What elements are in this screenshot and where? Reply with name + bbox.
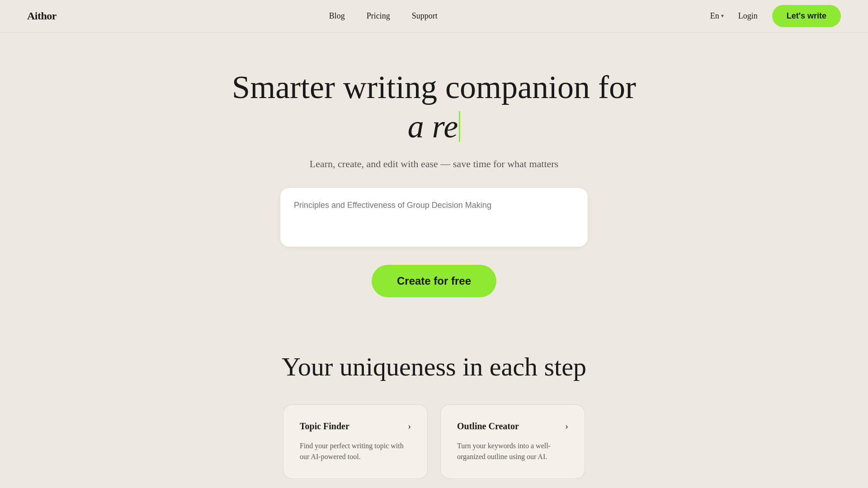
login-link[interactable]: Login bbox=[738, 11, 758, 21]
hero-title-line2: a re bbox=[408, 108, 460, 145]
create-for-free-button[interactable]: Create for free bbox=[372, 265, 496, 297]
logo[interactable]: Aithor bbox=[27, 10, 57, 22]
feature-card-header-1: Topic Finder › bbox=[300, 421, 411, 432]
language-selector[interactable]: En ▾ bbox=[710, 11, 724, 21]
arrow-icon-1: › bbox=[408, 421, 411, 432]
lets-write-button[interactable]: Let's write bbox=[772, 5, 841, 27]
nav-link-blog[interactable]: Blog bbox=[329, 11, 345, 21]
hero-title-line1: Smarter writing companion for bbox=[232, 69, 636, 106]
navbar: Aithor Blog Pricing Support En ▾ Login L… bbox=[0, 0, 868, 33]
nav-link-pricing[interactable]: Pricing bbox=[367, 11, 390, 21]
hero-input-wrapper bbox=[280, 188, 588, 249]
feature-card-outline-creator[interactable]: Outline Creator › Turn your keywords int… bbox=[440, 404, 585, 479]
hero-section: Smarter writing companion for a re Learn… bbox=[0, 33, 868, 324]
feature-card-desc-1: Find your perfect writing topic with our… bbox=[300, 441, 411, 462]
features-title: Your uniqueness in each step bbox=[282, 352, 586, 382]
chevron-down-icon: ▾ bbox=[721, 13, 724, 19]
typing-cursor bbox=[459, 111, 460, 142]
features-section: Your uniqueness in each step Topic Finde… bbox=[0, 324, 868, 488]
navbar-right: En ▾ Login Let's write bbox=[710, 5, 841, 27]
arrow-icon-2: › bbox=[565, 421, 568, 432]
feature-card-desc-2: Turn your keywords into a well-organized… bbox=[457, 441, 568, 462]
nav-links: Blog Pricing Support bbox=[329, 11, 438, 21]
feature-card-title-2: Outline Creator bbox=[457, 421, 519, 432]
nav-link-support[interactable]: Support bbox=[412, 11, 438, 21]
feature-card-header-2: Outline Creator › bbox=[457, 421, 568, 432]
hero-description: Learn, create, and edit with ease — save… bbox=[310, 158, 558, 170]
feature-card-title-1: Topic Finder bbox=[300, 421, 349, 432]
topic-input[interactable] bbox=[280, 188, 588, 247]
hero-italic-text: a re bbox=[408, 108, 458, 145]
language-label: En bbox=[710, 11, 719, 21]
feature-card-topic-finder[interactable]: Topic Finder › Find your perfect writing… bbox=[283, 404, 428, 479]
feature-cards-container: Topic Finder › Find your perfect writing… bbox=[283, 404, 585, 479]
